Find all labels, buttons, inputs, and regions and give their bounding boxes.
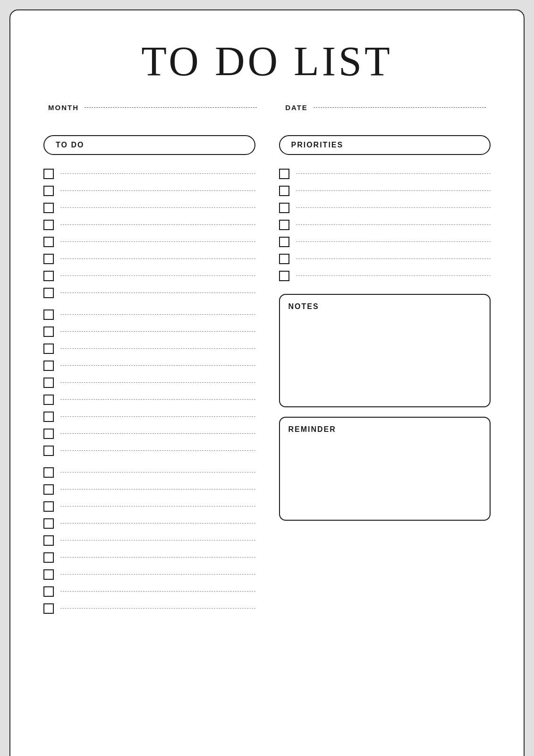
priority-checkbox[interactable] [279, 203, 289, 213]
todo-item [43, 323, 255, 340]
todo-checkbox[interactable] [43, 586, 54, 597]
todo-item [43, 498, 255, 515]
todo-checkbox[interactable] [43, 361, 54, 371]
todo-checkbox[interactable] [43, 603, 54, 614]
todo-checkbox[interactable] [43, 288, 54, 298]
date-line [314, 107, 486, 108]
priority-line [296, 224, 491, 225]
priority-checkbox[interactable] [279, 220, 289, 230]
todo-item [43, 464, 255, 481]
todo-line [60, 258, 255, 259]
todo-item [43, 566, 255, 583]
todo-checkbox[interactable] [43, 429, 54, 439]
todo-line [60, 190, 255, 191]
month-line [85, 107, 257, 108]
todo-line [60, 416, 255, 417]
todo-item [43, 583, 255, 600]
todo-item [43, 340, 255, 357]
todo-line [60, 472, 255, 472]
priority-checkbox[interactable] [279, 186, 289, 196]
todo-checkbox[interactable] [43, 326, 54, 337]
todo-line [60, 574, 255, 575]
todo-line [60, 540, 255, 541]
todo-checkbox[interactable] [43, 552, 54, 563]
priority-item [279, 165, 491, 182]
todo-line [60, 207, 255, 208]
priority-line [296, 190, 491, 191]
todo-checkbox[interactable] [43, 309, 54, 320]
todo-checkbox[interactable] [43, 501, 54, 512]
reminder-section: REMINDER [279, 417, 491, 521]
todo-item [43, 481, 255, 498]
meta-row: MONTH DATE [43, 103, 491, 112]
todo-checkbox[interactable] [43, 395, 54, 405]
todo-item [43, 408, 255, 425]
priority-item [279, 182, 491, 199]
priority-line [296, 275, 491, 276]
todo-checkbox[interactable] [43, 186, 54, 196]
todo-checkbox[interactable] [43, 484, 54, 495]
priority-line [296, 173, 491, 174]
todo-checkbox[interactable] [43, 169, 54, 179]
two-col-layout: TO DO [43, 135, 491, 617]
todo-item [43, 306, 255, 323]
reminder-label: REMINDER [288, 425, 482, 434]
todo-checkbox[interactable] [43, 203, 54, 213]
todo-line [60, 399, 255, 400]
todo-line [60, 608, 255, 609]
todo-checklist [43, 165, 255, 617]
todo-item [43, 532, 255, 549]
todo-item [43, 374, 255, 391]
todo-checkbox[interactable] [43, 220, 54, 230]
todo-line [60, 292, 255, 293]
page: TO DO LIST MONTH DATE TO DO [9, 9, 525, 756]
todo-header: TO DO [43, 135, 255, 155]
todo-checkbox[interactable] [43, 535, 54, 546]
todo-item [43, 425, 255, 442]
priority-checkbox[interactable] [279, 271, 289, 281]
todo-line [60, 382, 255, 383]
priority-checkbox[interactable] [279, 169, 289, 179]
notes-label: NOTES [288, 302, 482, 311]
priority-line [296, 207, 491, 208]
todo-line [60, 241, 255, 242]
priorities-header: PRIORITIES [279, 135, 491, 155]
todo-item [43, 182, 255, 199]
notes-section: NOTES [279, 294, 491, 407]
priority-line [296, 241, 491, 242]
todo-checkbox[interactable] [43, 467, 54, 478]
priority-item [279, 250, 491, 267]
todo-item [43, 549, 255, 566]
todo-line [60, 450, 255, 451]
todo-checkbox[interactable] [43, 271, 54, 281]
right-column: PRIORITIES [279, 135, 491, 521]
todo-line [60, 591, 255, 592]
todo-checkbox[interactable] [43, 518, 54, 529]
todo-item [43, 199, 255, 216]
todo-line [60, 224, 255, 225]
todo-checkbox[interactable] [43, 344, 54, 354]
todo-checkbox[interactable] [43, 412, 54, 422]
priority-item [279, 216, 491, 233]
todo-item [43, 600, 255, 617]
todo-column: TO DO [43, 135, 255, 617]
todo-checkbox[interactable] [43, 254, 54, 264]
todo-item [43, 250, 255, 267]
todo-checkbox[interactable] [43, 378, 54, 388]
todo-checkbox[interactable] [43, 237, 54, 247]
priority-item [279, 267, 491, 284]
todo-item [43, 391, 255, 408]
priority-checkbox[interactable] [279, 237, 289, 247]
priority-item [279, 199, 491, 216]
todo-checkbox[interactable] [43, 569, 54, 580]
todo-item [43, 515, 255, 532]
todo-line [60, 314, 255, 315]
todo-item [43, 442, 255, 459]
todo-line [60, 523, 255, 524]
todo-line [60, 348, 255, 349]
priority-checkbox[interactable] [279, 254, 289, 264]
todo-checkbox[interactable] [43, 446, 54, 456]
todo-item [43, 357, 255, 374]
todo-line [60, 173, 255, 174]
todo-item [43, 267, 255, 284]
